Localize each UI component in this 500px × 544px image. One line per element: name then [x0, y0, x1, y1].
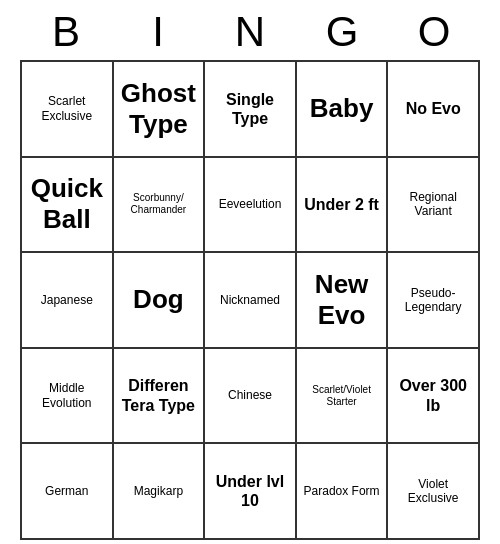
bingo-cell: Scarlet/Violet Starter [297, 349, 389, 445]
bingo-cell: New Evo [297, 253, 389, 349]
bingo-header: BINGO [20, 0, 480, 60]
bingo-cell: Scarlet Exclusive [22, 62, 114, 158]
bingo-cell: Baby [297, 62, 389, 158]
bingo-cell: Paradox Form [297, 444, 389, 540]
header-letter: B [24, 8, 108, 56]
bingo-grid: Scarlet ExclusiveGhost TypeSingle TypeBa… [20, 60, 480, 540]
bingo-cell: Japanese [22, 253, 114, 349]
bingo-cell: Quick Ball [22, 158, 114, 254]
bingo-cell: Pseudo-Legendary [388, 253, 480, 349]
bingo-cell: Magikarp [114, 444, 206, 540]
bingo-cell: Scorbunny/ Charmander [114, 158, 206, 254]
header-letter: N [208, 8, 292, 56]
header-letter: O [392, 8, 476, 56]
bingo-cell: Violet Exclusive [388, 444, 480, 540]
bingo-cell: Dog [114, 253, 206, 349]
bingo-cell: Nicknamed [205, 253, 297, 349]
bingo-cell: Eeveelution [205, 158, 297, 254]
bingo-cell: Under 2 ft [297, 158, 389, 254]
bingo-cell: Under lvl 10 [205, 444, 297, 540]
bingo-cell: Differen Tera Type [114, 349, 206, 445]
header-letter: I [116, 8, 200, 56]
bingo-cell: Over 300 lb [388, 349, 480, 445]
header-letter: G [300, 8, 384, 56]
bingo-cell: German [22, 444, 114, 540]
bingo-cell: Regional Variant [388, 158, 480, 254]
bingo-cell: No Evo [388, 62, 480, 158]
bingo-cell: Middle Evolution [22, 349, 114, 445]
bingo-cell: Ghost Type [114, 62, 206, 158]
bingo-cell: Single Type [205, 62, 297, 158]
bingo-cell: Chinese [205, 349, 297, 445]
